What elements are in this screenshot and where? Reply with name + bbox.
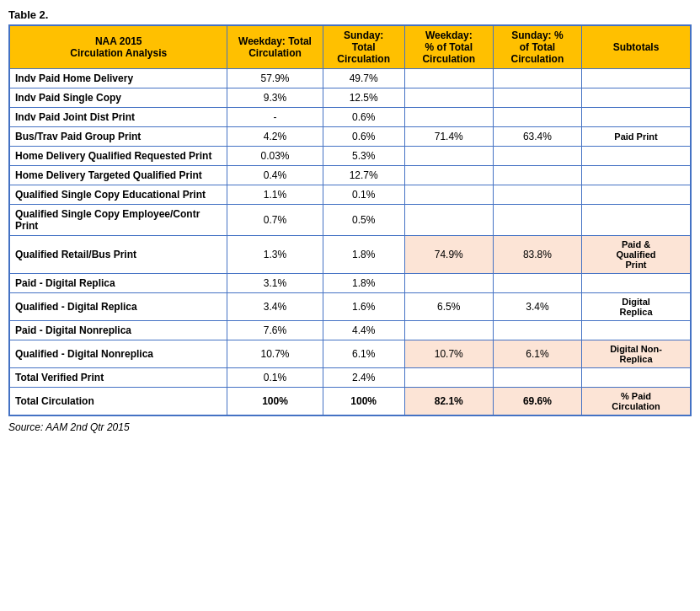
row-sunday-2: 0.6% <box>323 108 404 127</box>
row-label-7: Qualified Single Copy Employee/Contr Pri… <box>9 205 227 236</box>
row-spct-9 <box>493 274 581 293</box>
row-spct-1 <box>493 88 581 108</box>
row-spct-10: 3.4% <box>493 293 581 321</box>
row-sunday-5: 12.7% <box>323 166 404 185</box>
row-label-10: Qualified - Digital Replica <box>9 293 227 321</box>
row-spct-2 <box>493 108 581 127</box>
row-subtotal-4 <box>582 147 691 166</box>
row-wpct-5 <box>404 166 493 185</box>
row-subtotal-9 <box>582 274 691 293</box>
row-sunday-14: 100% <box>323 388 404 416</box>
header-col1: NAA 2015 Circulation Analysis <box>9 25 227 69</box>
row-label-8: Qualified Retail/Bus Print <box>9 236 227 274</box>
row-weekday-0: 57.9% <box>227 69 323 88</box>
row-label-6: Qualified Single Copy Educational Print <box>9 185 227 205</box>
row-spct-12: 6.1% <box>493 340 581 368</box>
data-table: NAA 2015 Circulation Analysis Weekday: T… <box>8 24 692 416</box>
row-wpct-2 <box>404 108 493 127</box>
row-label-2: Indv Paid Joint Dist Print <box>9 108 227 127</box>
header-col3: Sunday: Total Circulation <box>323 25 404 69</box>
row-subtotal-8: Paid & Qualified Print <box>582 236 691 274</box>
row-wpct-9 <box>404 274 493 293</box>
row-weekday-4: 0.03% <box>227 147 323 166</box>
row-label-1: Indv Paid Single Copy <box>9 88 227 108</box>
row-weekday-2: - <box>227 108 323 127</box>
row-sunday-12: 6.1% <box>323 340 404 368</box>
row-spct-13 <box>493 368 581 388</box>
row-label-0: Indv Paid Home Delivery <box>9 69 227 88</box>
row-sunday-0: 49.7% <box>323 69 404 88</box>
row-spct-7 <box>493 205 581 236</box>
row-subtotal-13 <box>582 368 691 388</box>
row-label-13: Total Verified Print <box>9 368 227 388</box>
row-weekday-1: 9.3% <box>227 88 323 108</box>
row-wpct-11 <box>404 321 493 340</box>
row-spct-14: 69.6% <box>493 388 581 416</box>
row-weekday-5: 0.4% <box>227 166 323 185</box>
row-wpct-8: 74.9% <box>404 236 493 274</box>
row-wpct-10: 6.5% <box>404 293 493 321</box>
row-spct-3: 63.4% <box>493 127 581 147</box>
header-col5: Sunday: % of Total Circulation <box>493 25 581 69</box>
row-subtotal-2 <box>582 108 691 127</box>
row-subtotal-1 <box>582 88 691 108</box>
row-subtotal-12: Digital Non- Replica <box>582 340 691 368</box>
row-sunday-4: 5.3% <box>323 147 404 166</box>
row-label-3: Bus/Trav Paid Group Print <box>9 127 227 147</box>
row-weekday-9: 3.1% <box>227 274 323 293</box>
row-wpct-0 <box>404 69 493 88</box>
row-sunday-3: 0.6% <box>323 127 404 147</box>
row-subtotal-5 <box>582 166 691 185</box>
row-sunday-11: 4.4% <box>323 321 404 340</box>
row-weekday-12: 10.7% <box>227 340 323 368</box>
header-col4: Weekday: % of Total Circulation <box>404 25 493 69</box>
row-wpct-1 <box>404 88 493 108</box>
row-weekday-13: 0.1% <box>227 368 323 388</box>
row-label-12: Qualified - Digital Nonreplica <box>9 340 227 368</box>
row-subtotal-11 <box>582 321 691 340</box>
row-subtotal-10: Digital Replica <box>582 293 691 321</box>
row-wpct-13 <box>404 368 493 388</box>
row-label-11: Paid - Digital Nonreplica <box>9 321 227 340</box>
row-wpct-7 <box>404 205 493 236</box>
row-weekday-11: 7.6% <box>227 321 323 340</box>
row-weekday-3: 4.2% <box>227 127 323 147</box>
row-label-5: Home Delivery Targeted Qualified Print <box>9 166 227 185</box>
row-spct-0 <box>493 69 581 88</box>
row-spct-5 <box>493 166 581 185</box>
row-wpct-3: 71.4% <box>404 127 493 147</box>
row-sunday-9: 1.8% <box>323 274 404 293</box>
row-subtotal-3: Paid Print <box>582 127 691 147</box>
header-col2: Weekday: Total Circulation <box>227 25 323 69</box>
row-sunday-6: 0.1% <box>323 185 404 205</box>
row-sunday-1: 12.5% <box>323 88 404 108</box>
row-label-9: Paid - Digital Replica <box>9 274 227 293</box>
row-label-4: Home Delivery Qualified Requested Print <box>9 147 227 166</box>
row-wpct-14: 82.1% <box>404 388 493 416</box>
row-subtotal-6 <box>582 185 691 205</box>
row-subtotal-7 <box>582 205 691 236</box>
row-weekday-6: 1.1% <box>227 185 323 205</box>
row-subtotal-14: % Paid Circulation <box>582 388 691 416</box>
row-subtotal-0 <box>582 69 691 88</box>
row-sunday-7: 0.5% <box>323 205 404 236</box>
row-weekday-8: 1.3% <box>227 236 323 274</box>
row-label-14: Total Circulation <box>9 388 227 416</box>
row-spct-6 <box>493 185 581 205</box>
row-sunday-10: 1.6% <box>323 293 404 321</box>
row-spct-4 <box>493 147 581 166</box>
row-wpct-6 <box>404 185 493 205</box>
table-title: Table 2. <box>8 8 692 21</box>
row-sunday-13: 2.4% <box>323 368 404 388</box>
header-col6: Subtotals <box>582 25 691 69</box>
row-sunday-8: 1.8% <box>323 236 404 274</box>
row-spct-8: 83.8% <box>493 236 581 274</box>
row-wpct-12: 10.7% <box>404 340 493 368</box>
row-weekday-10: 3.4% <box>227 293 323 321</box>
row-wpct-4 <box>404 147 493 166</box>
source-text: Source: AAM 2nd Qtr 2015 <box>8 421 692 433</box>
row-weekday-7: 0.7% <box>227 205 323 236</box>
row-weekday-14: 100% <box>227 388 323 416</box>
row-spct-11 <box>493 321 581 340</box>
